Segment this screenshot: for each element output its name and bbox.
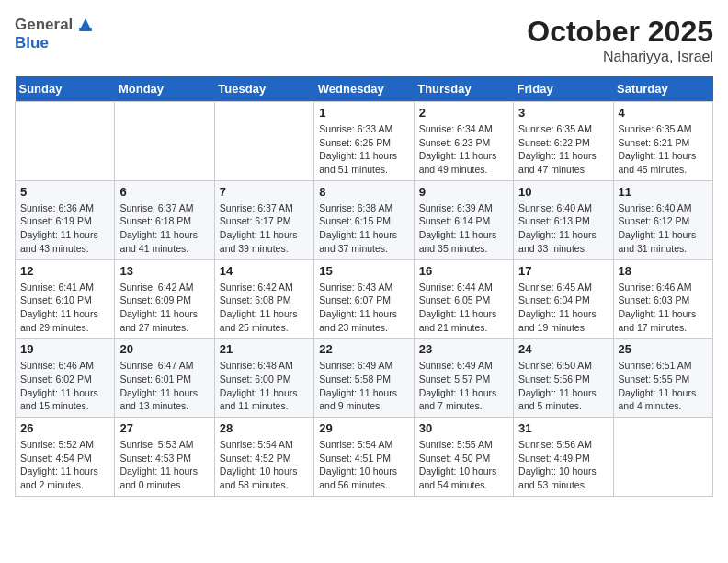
calendar-cell: 5Sunrise: 6:36 AM Sunset: 6:19 PM Daylig… bbox=[16, 180, 115, 259]
day-info: Sunrise: 6:47 AM Sunset: 6:01 PM Dayligh… bbox=[119, 359, 209, 413]
calendar-cell: 23Sunrise: 6:49 AM Sunset: 5:57 PM Dayli… bbox=[414, 339, 513, 418]
day-number: 27 bbox=[119, 421, 209, 435]
day-number: 9 bbox=[419, 185, 508, 199]
calendar-cell: 10Sunrise: 6:40 AM Sunset: 6:13 PM Dayli… bbox=[514, 180, 613, 259]
week-row-1: 1Sunrise: 6:33 AM Sunset: 6:25 PM Daylig… bbox=[16, 102, 713, 181]
day-number: 30 bbox=[419, 421, 508, 435]
day-info: Sunrise: 6:48 AM Sunset: 6:00 PM Dayligh… bbox=[220, 359, 309, 413]
day-number: 24 bbox=[518, 342, 608, 356]
calendar-cell: 31Sunrise: 5:56 AM Sunset: 4:49 PM Dayli… bbox=[514, 418, 613, 497]
day-info: Sunrise: 6:51 AM Sunset: 5:55 PM Dayligh… bbox=[619, 359, 708, 413]
day-info: Sunrise: 6:37 AM Sunset: 6:17 PM Dayligh… bbox=[220, 201, 309, 256]
day-info: Sunrise: 6:46 AM Sunset: 6:03 PM Dayligh… bbox=[619, 281, 708, 335]
svg-rect-1 bbox=[79, 28, 92, 30]
calendar-cell: 8Sunrise: 6:38 AM Sunset: 6:15 PM Daylig… bbox=[314, 180, 414, 259]
week-row-3: 12Sunrise: 6:41 AM Sunset: 6:10 PM Dayli… bbox=[16, 259, 713, 339]
day-number: 5 bbox=[20, 185, 109, 199]
week-row-5: 26Sunrise: 5:52 AM Sunset: 4:54 PM Dayli… bbox=[16, 418, 713, 497]
day-info: Sunrise: 6:44 AM Sunset: 6:05 PM Dayligh… bbox=[419, 281, 508, 335]
day-info: Sunrise: 6:35 AM Sunset: 6:21 PM Dayligh… bbox=[619, 122, 708, 177]
day-number: 29 bbox=[319, 421, 408, 435]
day-info: Sunrise: 6:40 AM Sunset: 6:12 PM Dayligh… bbox=[619, 201, 708, 256]
day-info: Sunrise: 6:34 AM Sunset: 6:23 PM Dayligh… bbox=[419, 122, 508, 177]
calendar-cell: 20Sunrise: 6:47 AM Sunset: 6:01 PM Dayli… bbox=[115, 339, 214, 418]
calendar-cell: 3Sunrise: 6:35 AM Sunset: 6:22 PM Daylig… bbox=[514, 102, 613, 181]
calendar-cell bbox=[613, 418, 712, 497]
day-number: 12 bbox=[20, 264, 109, 278]
weekday-tuesday: Tuesday bbox=[214, 76, 313, 102]
calendar-cell bbox=[115, 102, 214, 181]
day-info: Sunrise: 6:39 AM Sunset: 6:14 PM Dayligh… bbox=[419, 201, 508, 256]
location: Nahariyya, Israel bbox=[527, 49, 713, 65]
calendar-cell: 11Sunrise: 6:40 AM Sunset: 6:12 PM Dayli… bbox=[613, 180, 712, 259]
calendar-cell: 27Sunrise: 5:53 AM Sunset: 4:53 PM Dayli… bbox=[115, 418, 214, 497]
calendar-cell: 29Sunrise: 5:54 AM Sunset: 4:51 PM Dayli… bbox=[314, 418, 414, 497]
calendar-cell: 12Sunrise: 6:41 AM Sunset: 6:10 PM Dayli… bbox=[16, 259, 115, 339]
day-info: Sunrise: 6:41 AM Sunset: 6:10 PM Dayligh… bbox=[20, 281, 109, 335]
calendar-cell: 21Sunrise: 6:48 AM Sunset: 6:00 PM Dayli… bbox=[214, 339, 313, 418]
day-number: 25 bbox=[619, 342, 708, 356]
logo-blue: Blue bbox=[15, 35, 96, 52]
calendar-cell: 24Sunrise: 6:50 AM Sunset: 5:56 PM Dayli… bbox=[514, 339, 613, 418]
day-number: 7 bbox=[220, 185, 309, 199]
calendar-table: SundayMondayTuesdayWednesdayThursdayFrid… bbox=[15, 76, 713, 497]
day-number: 26 bbox=[20, 421, 109, 435]
calendar-cell: 28Sunrise: 5:54 AM Sunset: 4:52 PM Dayli… bbox=[214, 418, 313, 497]
day-number: 31 bbox=[518, 421, 608, 435]
page-header: General Blue October 2025 Nahariyya, Isr… bbox=[15, 15, 713, 65]
logo: General Blue bbox=[15, 15, 96, 52]
weekday-thursday: Thursday bbox=[414, 76, 513, 102]
day-number: 28 bbox=[220, 421, 309, 435]
day-number: 18 bbox=[619, 264, 708, 278]
calendar-cell: 30Sunrise: 5:55 AM Sunset: 4:50 PM Dayli… bbox=[414, 418, 513, 497]
week-row-2: 5Sunrise: 6:36 AM Sunset: 6:19 PM Daylig… bbox=[16, 180, 713, 259]
day-number: 17 bbox=[518, 264, 608, 278]
logo-general: General bbox=[15, 16, 73, 33]
weekday-sunday: Sunday bbox=[16, 76, 115, 102]
day-number: 2 bbox=[419, 106, 508, 120]
day-number: 19 bbox=[20, 342, 109, 356]
calendar-cell: 2Sunrise: 6:34 AM Sunset: 6:23 PM Daylig… bbox=[414, 102, 513, 181]
week-row-4: 19Sunrise: 6:46 AM Sunset: 6:02 PM Dayli… bbox=[16, 339, 713, 418]
day-info: Sunrise: 6:36 AM Sunset: 6:19 PM Dayligh… bbox=[20, 201, 109, 256]
day-number: 23 bbox=[419, 342, 508, 356]
weekday-monday: Monday bbox=[115, 76, 214, 102]
calendar-cell: 25Sunrise: 6:51 AM Sunset: 5:55 PM Dayli… bbox=[613, 339, 712, 418]
calendar-cell: 18Sunrise: 6:46 AM Sunset: 6:03 PM Dayli… bbox=[613, 259, 712, 339]
day-number: 3 bbox=[518, 106, 608, 120]
calendar-cell: 26Sunrise: 5:52 AM Sunset: 4:54 PM Dayli… bbox=[16, 418, 115, 497]
day-info: Sunrise: 6:42 AM Sunset: 6:08 PM Dayligh… bbox=[220, 281, 309, 335]
month-title: October 2025 bbox=[527, 15, 713, 49]
calendar-cell: 1Sunrise: 6:33 AM Sunset: 6:25 PM Daylig… bbox=[314, 102, 414, 181]
day-number: 13 bbox=[119, 264, 209, 278]
day-info: Sunrise: 6:33 AM Sunset: 6:25 PM Dayligh… bbox=[319, 122, 408, 177]
day-number: 11 bbox=[619, 185, 708, 199]
day-info: Sunrise: 6:49 AM Sunset: 5:58 PM Dayligh… bbox=[319, 359, 408, 413]
day-number: 4 bbox=[619, 106, 708, 120]
day-number: 22 bbox=[319, 342, 408, 356]
day-number: 15 bbox=[319, 264, 408, 278]
day-info: Sunrise: 5:54 AM Sunset: 4:51 PM Dayligh… bbox=[319, 438, 408, 492]
weekday-friday: Friday bbox=[514, 76, 613, 102]
weekday-header-row: SundayMondayTuesdayWednesdayThursdayFrid… bbox=[16, 76, 713, 102]
title-block: October 2025 Nahariyya, Israel bbox=[527, 15, 713, 65]
day-number: 8 bbox=[319, 185, 408, 199]
day-number: 21 bbox=[220, 342, 309, 356]
day-info: Sunrise: 5:56 AM Sunset: 4:49 PM Dayligh… bbox=[518, 438, 608, 492]
calendar-cell: 15Sunrise: 6:43 AM Sunset: 6:07 PM Dayli… bbox=[314, 259, 414, 339]
day-info: Sunrise: 6:50 AM Sunset: 5:56 PM Dayligh… bbox=[518, 359, 608, 413]
day-number: 14 bbox=[220, 264, 309, 278]
day-info: Sunrise: 6:43 AM Sunset: 6:07 PM Dayligh… bbox=[319, 281, 408, 335]
day-info: Sunrise: 6:35 AM Sunset: 6:22 PM Dayligh… bbox=[518, 122, 608, 177]
calendar-cell: 6Sunrise: 6:37 AM Sunset: 6:18 PM Daylig… bbox=[115, 180, 214, 259]
day-info: Sunrise: 6:49 AM Sunset: 5:57 PM Dayligh… bbox=[419, 359, 508, 413]
day-number: 1 bbox=[319, 106, 408, 120]
calendar-cell: 14Sunrise: 6:42 AM Sunset: 6:08 PM Dayli… bbox=[214, 259, 313, 339]
day-number: 16 bbox=[419, 264, 508, 278]
weekday-wednesday: Wednesday bbox=[314, 76, 414, 102]
calendar-cell bbox=[16, 102, 115, 181]
day-info: Sunrise: 6:42 AM Sunset: 6:09 PM Dayligh… bbox=[119, 281, 209, 335]
calendar-cell: 13Sunrise: 6:42 AM Sunset: 6:09 PM Dayli… bbox=[115, 259, 214, 339]
day-number: 20 bbox=[119, 342, 209, 356]
day-info: Sunrise: 6:45 AM Sunset: 6:04 PM Dayligh… bbox=[518, 281, 608, 335]
